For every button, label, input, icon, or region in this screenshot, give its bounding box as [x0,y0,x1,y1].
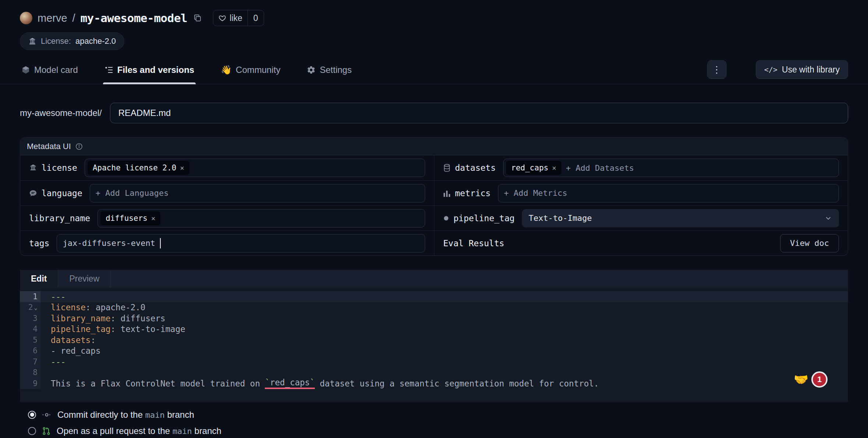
main-content: my-awesome-model/ Metadata UI lice [0,103,868,438]
code-line-text: --- [40,291,848,302]
radio-selected[interactable] [28,411,36,419]
fold-icon[interactable]: ⌄ [34,304,38,311]
code-line-text [40,367,848,378]
code-line[interactable]: 4pipeline_tag: text-to-image [20,324,848,335]
more-options-button[interactable]: ⋮ [707,60,726,79]
license-tag: Apache license 2.0 × [88,161,189,175]
cube-icon [21,66,30,74]
editor-tab-bar: Edit Preview [20,270,848,287]
commit-icon [42,410,51,420]
code-editor-body[interactable]: 1---2⌄license: apache-2.03library_name: … [20,287,848,402]
tags-field-label: tags [29,239,49,248]
owner-link[interactable]: merve [38,12,67,24]
tab-edit[interactable]: Edit [20,270,58,287]
dot-icon [443,215,449,221]
tab-community[interactable]: 👋 Community [219,60,282,84]
pipeline-tag-select[interactable]: Text-to-Image [522,209,839,227]
tags-field[interactable]: jax-diffusers-event [57,234,425,252]
breadcrumb: my-awesome-model/ [20,108,102,118]
code-line[interactable]: 3library_name: diffusers [20,313,848,324]
waving-hand-icon: 👋 [221,65,232,75]
license-field[interactable]: Apache license 2.0 × [85,159,425,177]
code-line[interactable]: 2⌄license: apache-2.0 [20,302,848,313]
tab-model-card[interactable]: Model card [20,60,79,84]
like-button[interactable]: like [213,10,248,26]
radio-unselected[interactable] [28,427,36,435]
library-name-field-label: library_name [29,213,90,223]
line-number: 5 [20,335,40,346]
remove-tag-icon[interactable]: × [552,164,556,172]
code-line[interactable]: 5datasets: [20,335,848,346]
tags-field-row: tags jax-diffusers-event [20,230,434,255]
add-languages-placeholder[interactable]: + Add Languages [93,188,169,198]
license-badge[interactable]: License: apache-2.0 [20,32,124,50]
tab-preview[interactable]: Preview [58,270,111,287]
license-field-label: license [29,163,77,173]
language-field-label: language [29,188,82,198]
code-line[interactable]: 1--- [20,291,848,302]
metrics-field-label: metrics [443,188,491,198]
code-line[interactable]: 7--- [20,356,848,367]
language-field-row: language + Add Languages [20,180,434,205]
commit-direct-option[interactable]: Commit directly to the main branch [20,407,848,423]
eval-results-label: Eval Results [443,239,504,248]
bank-icon [29,164,37,172]
language-field[interactable]: + Add Languages [90,184,425,202]
dataset-tag: red_caps × [506,161,562,175]
info-icon[interactable] [75,143,83,150]
line-number: 7 [20,356,40,367]
copy-icon[interactable] [193,14,202,22]
bar-chart-icon [443,189,451,197]
avatar[interactable] [20,12,32,24]
license-icon [28,37,36,45]
add-metrics-placeholder[interactable]: + Add Metrics [501,188,567,198]
line-number: 1 [20,291,40,302]
tags-input-value[interactable]: jax-diffusers-event [60,239,155,248]
metadata-ui-title: Metadata UI [27,142,71,151]
add-datasets-placeholder[interactable]: + Add Datasets [566,163,634,173]
use-with-library-button[interactable]: </> Use with library [756,60,848,79]
eval-results-row: Eval Results View doc [434,230,848,255]
line-number: 6 [20,346,40,357]
metrics-field[interactable]: + Add Metrics [498,184,839,202]
like-count[interactable]: 0 [248,10,264,26]
tab-files-and-versions[interactable]: Files and versions [103,60,196,84]
title-row: merve / my-awesome-model like 0 [20,10,848,27]
code-line-text: license: apache-2.0 [40,302,848,313]
remove-tag-icon[interactable]: × [151,214,155,222]
model-name: my-awesome-model [81,11,188,25]
branch-name: main [145,410,165,420]
file-path-row: my-awesome-model/ [20,103,848,123]
metadata-ui-panel: Metadata UI license [20,137,848,256]
commit-pr-text: Open as a pull request to the main branc… [57,426,221,436]
code-line-text: datasets: [40,335,848,346]
line-number: 2⌄ [20,302,40,313]
remove-tag-icon[interactable]: × [180,164,184,172]
metadata-grid: license Apache license 2.0 × d [20,155,848,255]
collab-indicator: 🤝 1 [794,371,828,388]
library-name-field[interactable]: diffusers × [97,209,425,227]
pull-request-icon [42,427,51,435]
list-tree-icon [104,66,113,74]
notification-badge[interactable]: 1 [811,371,828,388]
commit-pr-option[interactable]: Open as a pull request to the main branc… [20,423,848,438]
readme-editor: Edit Preview 1---2⌄license: apache-2.03l… [20,270,848,402]
tab-settings[interactable]: Settings [305,60,353,84]
code-line[interactable]: 8 [20,367,848,378]
datasets-field[interactable]: red_caps × + Add Datasets [503,159,839,177]
datasets-field-label: datasets [443,163,496,173]
text-caret [160,238,161,248]
commit-options: Commit directly to the main branch Open … [20,407,848,438]
code-line[interactable]: 6- red_caps [20,346,848,357]
path-separator: / [72,12,75,24]
license-row: License: apache-2.0 [20,32,848,50]
license-field-row: license Apache license 2.0 × [20,155,434,180]
code-line[interactable]: 9This is a Flax ControlNet model trained… [20,378,848,389]
code-line-text: - red_caps [40,346,848,357]
filename-input[interactable] [110,103,848,123]
tab-community-label: Community [236,65,280,75]
branch-name: main [172,427,192,436]
commit-direct-text: Commit directly to the main branch [57,410,194,420]
view-doc-button[interactable]: View doc [780,234,839,252]
pipeline-tag-field-row: pipeline_tag Text-to-Image [434,205,848,230]
